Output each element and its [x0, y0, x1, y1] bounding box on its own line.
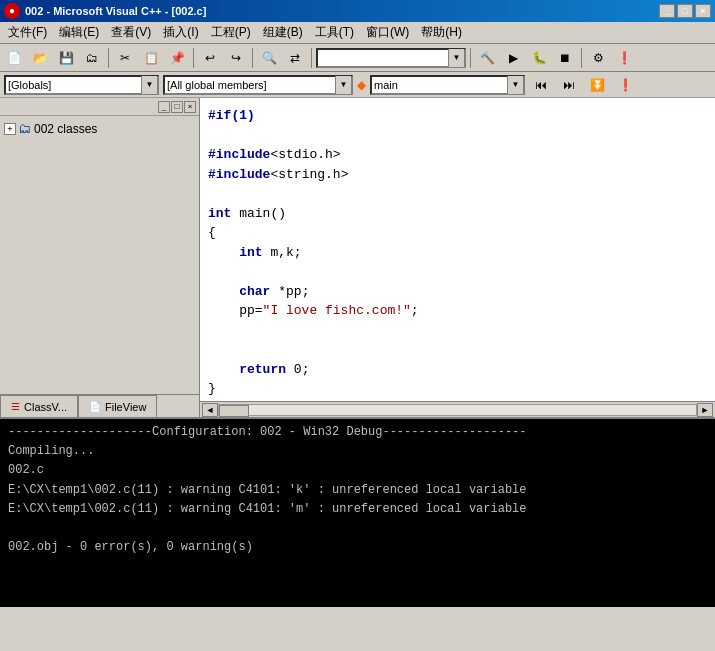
output-line-5: E:\CX\temp1\002.c(11) : warning C4101: '… — [8, 500, 707, 519]
code-line-12 — [208, 321, 707, 341]
code-editor-wrapper: #if(1) #include<stdio.h> #include<string… — [200, 98, 715, 417]
nav-btn-3[interactable]: ⏬ — [585, 74, 609, 96]
save-all-button[interactable]: 🗂 — [80, 47, 104, 69]
code-line-7: { — [208, 223, 707, 243]
build-button[interactable]: 🔨 — [475, 47, 499, 69]
new-file-button[interactable]: 📄 — [2, 47, 26, 69]
open-file-button[interactable]: 📂 — [28, 47, 52, 69]
menu-build[interactable]: 组建(B) — [257, 22, 309, 43]
left-panel-title-bar: _ □ × — [0, 98, 199, 116]
code-editor[interactable]: #if(1) #include<stdio.h> #include<string… — [200, 98, 715, 401]
globals-dropdown-wrapper: ▼ — [4, 75, 159, 95]
left-panel-maximize[interactable]: □ — [171, 101, 183, 113]
cut-button[interactable]: ✂ — [113, 47, 137, 69]
menu-file[interactable]: 文件(F) — [2, 22, 53, 43]
classview-tab-label: ClassV... — [24, 401, 67, 413]
replace-button[interactable]: ⇄ — [283, 47, 307, 69]
function-dropdown-wrapper: ▼ — [370, 75, 525, 95]
menu-edit[interactable]: 编辑(E) — [53, 22, 105, 43]
redo-button[interactable]: ↪ — [224, 47, 248, 69]
tree-item-label: 002 classes — [34, 122, 97, 136]
globals-dropdown[interactable] — [6, 79, 141, 91]
nav-btn-1[interactable]: ⏮ — [529, 74, 553, 96]
find-button[interactable]: 🔍 — [257, 47, 281, 69]
class-tree-view: + 🗂 002 classes — [0, 116, 199, 394]
toolbar: 📄 📂 💾 🗂 ✂ 📋 📌 ↩ ↪ 🔍 ⇄ ▼ 🔨 ▶ 🐛 ⏹ ⚙ ❗ — [0, 44, 715, 72]
separator-2 — [193, 48, 194, 68]
fileview-tab-icon: 📄 — [89, 401, 101, 412]
scroll-thumb[interactable] — [219, 405, 249, 417]
code-line-9 — [208, 262, 707, 282]
menu-bar: 文件(F) 编辑(E) 查看(V) 插入(I) 工程(P) 组建(B) 工具(T… — [0, 22, 715, 44]
save-button[interactable]: 💾 — [54, 47, 78, 69]
code-line-1: #if(1) — [208, 106, 707, 126]
separator-3 — [252, 48, 253, 68]
code-line-10: char *pp; — [208, 282, 707, 302]
paste-button[interactable]: 📌 — [165, 47, 189, 69]
undo-button[interactable]: ↩ — [198, 47, 222, 69]
tree-expand-icon[interactable]: + — [4, 123, 16, 135]
code-line-3: #include<stdio.h> — [208, 145, 707, 165]
nav-btn-2[interactable]: ⏭ — [557, 74, 581, 96]
stop-button[interactable]: ⏹ — [553, 47, 577, 69]
diamond-icon: ◆ — [357, 78, 366, 92]
output-line-1: --------------------Configuration: 002 -… — [8, 423, 707, 442]
tree-item-root[interactable]: + 🗂 002 classes — [4, 120, 195, 137]
extra-btn-1[interactable]: ⚙ — [586, 47, 610, 69]
globals-dropdown-arrow[interactable]: ▼ — [141, 76, 157, 94]
left-panel-minimize[interactable]: _ — [158, 101, 170, 113]
separator-1 — [108, 48, 109, 68]
code-line-8: int m,k; — [208, 243, 707, 263]
code-line-6: int main() — [208, 204, 707, 224]
copy-button[interactable]: 📋 — [139, 47, 163, 69]
left-panel-close[interactable]: × — [184, 101, 196, 113]
tab-fileview[interactable]: 📄 FileView — [78, 395, 157, 417]
scroll-left-btn[interactable]: ◄ — [202, 403, 218, 417]
left-panel-controls: _ □ × — [158, 101, 196, 113]
menu-insert[interactable]: 插入(I) — [157, 22, 204, 43]
left-panel-tabs: ☰ ClassV... 📄 FileView — [0, 394, 199, 417]
output-line-3: 002.c — [8, 461, 707, 480]
title-text: 002 - Microsoft Visual C++ - [002.c] — [25, 5, 659, 17]
menu-view[interactable]: 查看(V) — [105, 22, 157, 43]
folder-icon: 🗂 — [18, 121, 31, 136]
code-line-4: #include<string.h> — [208, 165, 707, 185]
members-dropdown[interactable] — [165, 79, 335, 91]
code-line-5 — [208, 184, 707, 204]
menu-help[interactable]: 帮助(H) — [415, 22, 468, 43]
search-input[interactable] — [318, 52, 448, 64]
separator-5 — [470, 48, 471, 68]
left-panel: _ □ × + 🗂 002 classes ☰ ClassV... 📄 File… — [0, 98, 200, 417]
code-line-2 — [208, 126, 707, 146]
menu-project[interactable]: 工程(P) — [205, 22, 257, 43]
scroll-right-btn[interactable]: ► — [697, 403, 713, 417]
code-line-15: } — [208, 379, 707, 399]
run-button[interactable]: ▶ — [501, 47, 525, 69]
fileview-tab-label: FileView — [105, 401, 146, 413]
members-dropdown-arrow[interactable]: ▼ — [335, 76, 351, 94]
code-line-11: pp="I love fishc.com!"; — [208, 301, 707, 321]
maximize-button[interactable]: □ — [677, 4, 693, 18]
code-line-13 — [208, 340, 707, 360]
title-bar-buttons: _ □ × — [659, 4, 711, 18]
horizontal-scrollbar[interactable]: ◄ ► — [200, 401, 715, 417]
menu-window[interactable]: 窗口(W) — [360, 22, 415, 43]
menu-tools[interactable]: 工具(T) — [309, 22, 360, 43]
output-line-4: E:\CX\temp1\002.c(11) : warning C4101: '… — [8, 481, 707, 500]
debug-button[interactable]: 🐛 — [527, 47, 551, 69]
output-line-7: 002.obj - 0 error(s), 0 warning(s) — [8, 538, 707, 557]
scroll-track — [218, 404, 697, 416]
classview-tab-icon: ☰ — [11, 401, 20, 412]
function-dropdown-arrow[interactable]: ▼ — [507, 76, 523, 94]
app-icon: ● — [4, 3, 20, 19]
context-dropdowns-row: ▼ ▼ ◆ ▼ ⏮ ⏭ ⏬ ❗ — [0, 72, 715, 98]
minimize-button[interactable]: _ — [659, 4, 675, 18]
code-line-14: return 0; — [208, 360, 707, 380]
output-line-6 — [8, 519, 707, 538]
nav-btn-4[interactable]: ❗ — [613, 74, 637, 96]
function-dropdown[interactable] — [372, 79, 507, 91]
extra-btn-2[interactable]: ❗ — [612, 47, 636, 69]
search-combo-arrow[interactable]: ▼ — [448, 49, 464, 67]
close-button[interactable]: × — [695, 4, 711, 18]
tab-classview[interactable]: ☰ ClassV... — [0, 395, 78, 417]
